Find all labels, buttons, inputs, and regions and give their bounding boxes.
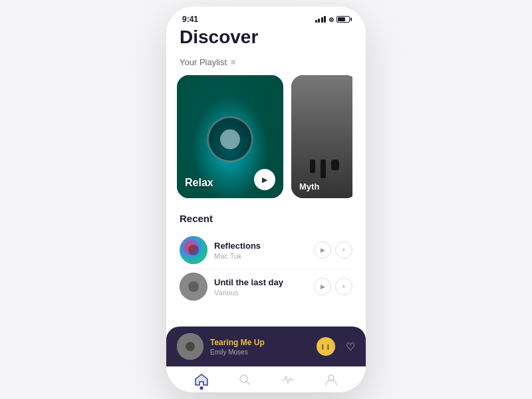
signal-icon [315, 16, 327, 23]
add-icon-2: + [342, 283, 345, 290]
now-playing-info: Tearing Me Up Emily Moses [210, 338, 310, 356]
track-play-btn-until[interactable]: ▶ [314, 278, 331, 295]
play-icon-small-2: ▶ [321, 283, 325, 290]
svg-point-8 [329, 375, 334, 380]
phone-frame: 9:41 ⊜ Discover Your Playlist ≡ [166, 7, 366, 392]
recent-title: Recent [180, 213, 352, 224]
recent-section: Recent [180, 213, 352, 305]
play-icon: ▶ [262, 176, 267, 184]
tunnel-visual [207, 116, 253, 162]
track-artist-until: Various [214, 289, 307, 297]
pause-icon: ❙❙ [321, 344, 331, 350]
myth-silhouettes [310, 160, 339, 178]
playlist-scroll: Relax ▶ Myth [177, 75, 352, 198]
playlist-card-relax[interactable]: Relax ▶ [177, 75, 283, 198]
now-playing-artist: Emily Moses [210, 348, 310, 356]
tab-profile[interactable] [325, 374, 337, 386]
svg-point-3 [188, 281, 199, 292]
relax-card-label: Relax [185, 177, 213, 189]
add-icon: + [342, 247, 345, 253]
tunnel-inner [220, 129, 240, 149]
time-display: 9:41 [182, 15, 198, 24]
playlist-section-header: Your Playlist ≡ [180, 57, 352, 67]
track-actions-reflections: ▶ + [314, 241, 352, 259]
svg-point-1 [188, 245, 199, 255]
page-title: Discover [180, 27, 352, 48]
battery-icon [336, 16, 350, 23]
track-avatar-reflections [180, 236, 207, 264]
status-bar: 9:41 ⊜ [166, 7, 366, 27]
track-artist-reflections: Mac Tuk [214, 252, 307, 260]
main-content: Discover Your Playlist ≡ Relax ▶ [166, 27, 366, 327]
play-icon-small: ▶ [321, 247, 325, 253]
tab-activity[interactable] [281, 374, 295, 385]
track-item-reflections[interactable]: Reflections Mac Tuk ▶ + [180, 232, 352, 269]
track-add-btn-reflections[interactable]: + [335, 241, 352, 259]
status-icons: ⊜ [315, 16, 350, 23]
playlist-label: Your Playlist [180, 57, 227, 67]
tab-home[interactable] [195, 374, 208, 386]
filter-icon[interactable]: ≡ [231, 57, 236, 67]
track-info-reflections: Reflections Mac Tuk [214, 241, 307, 260]
svg-point-5 [186, 342, 195, 351]
now-playing-title: Tearing Me Up [210, 338, 310, 347]
myth-card-label: Myth [299, 182, 319, 192]
pause-button[interactable]: ❙❙ [317, 337, 335, 356]
track-play-btn-reflections[interactable]: ▶ [314, 241, 331, 259]
track-avatar-until [180, 273, 207, 301]
now-playing-bar[interactable]: Tearing Me Up Emily Moses ❙❙ ♡ [166, 327, 366, 366]
track-add-btn-until[interactable]: + [335, 278, 352, 295]
tab-bar [166, 366, 366, 392]
tab-search[interactable] [239, 374, 251, 386]
playlist-card-myth[interactable]: Myth [291, 75, 352, 198]
track-actions-until: ▶ + [314, 278, 352, 295]
wifi-icon: ⊜ [329, 16, 334, 23]
relax-play-button[interactable]: ▶ [254, 169, 275, 190]
now-playing-avatar [177, 333, 203, 360]
track-title-reflections: Reflections [214, 241, 307, 251]
myth-bg: Myth [291, 75, 352, 198]
track-title-until: Until the last day [214, 277, 307, 287]
track-info-until: Until the last day Various [214, 277, 307, 297]
heart-button[interactable]: ♡ [346, 340, 355, 353]
svg-line-7 [247, 382, 250, 385]
track-item-until[interactable]: Until the last day Various ▶ + [180, 269, 352, 305]
